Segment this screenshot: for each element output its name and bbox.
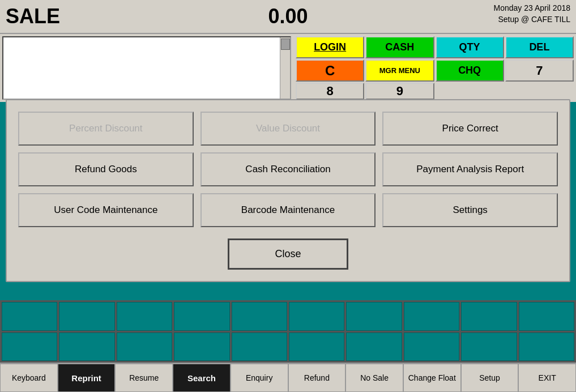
scrollbar[interactable] <box>280 37 290 99</box>
barcode-maintenance-button[interactable]: Barcode Maintenance <box>200 193 376 227</box>
mgr-menu-button[interactable]: MGR MENU <box>365 59 434 82</box>
bottom-btn-change-float[interactable]: Change Float <box>403 364 461 392</box>
num9-button[interactable]: 9 <box>365 83 434 100</box>
right-buttons: LOGIN CASH QTY DEL C MGR MENU CHQ 7 8 9 <box>293 34 576 102</box>
qty-button[interactable]: QTY <box>436 36 504 58</box>
bottom-btn-keyboard[interactable]: Keyboard <box>0 364 58 392</box>
teal-cell <box>289 302 344 331</box>
sale-label: SALE <box>6 5 60 28</box>
refund-goods-button[interactable]: Refund Goods <box>18 152 194 186</box>
teal-cell <box>174 302 229 331</box>
top-panel: LOGIN CASH QTY DEL C MGR MENU CHQ 7 8 9 <box>0 34 576 102</box>
teal-cell <box>289 333 344 361</box>
teal-cell <box>59 333 114 361</box>
teal-cell <box>2 333 57 361</box>
datetime-line2: Setup @ CAFE TILL <box>494 14 570 25</box>
login-button[interactable]: LOGIN <box>296 36 364 58</box>
teal-cell <box>232 333 287 361</box>
price-correct-button[interactable]: Price Correct <box>382 112 558 146</box>
teal-cell <box>232 302 287 331</box>
teal-cell <box>59 302 114 331</box>
modal-grid: Percent Discount Value Discount Price Co… <box>18 112 558 227</box>
num8-button[interactable]: 8 <box>296 83 364 100</box>
close-button[interactable]: Close <box>228 238 348 270</box>
receipt-area <box>2 36 291 100</box>
cash-button[interactable]: CASH <box>365 36 434 58</box>
datetime-line1: Monday 23 April 2018 <box>494 3 570 14</box>
payment-analysis-button[interactable]: Payment Analysis Report <box>382 152 558 186</box>
teal-cell <box>174 333 229 361</box>
bottom-btn-resume[interactable]: Resume <box>115 364 173 392</box>
header: SALE 0.00 Monday 23 April 2018 Setup @ C… <box>0 0 576 34</box>
percent-discount-button[interactable]: Percent Discount <box>18 112 194 146</box>
bottom-btn-search[interactable]: Search <box>173 364 231 392</box>
teal-cell <box>117 333 172 361</box>
bottom-btn-enquiry[interactable]: Enquiry <box>231 364 288 392</box>
modal-close-row: Close <box>18 238 558 270</box>
user-code-maintenance-button[interactable]: User Code Maintenance <box>18 193 194 227</box>
bottom-btn-exit[interactable]: EXIT <box>518 364 576 392</box>
del-button[interactable]: DEL <box>505 36 574 58</box>
bottom-btn-setup[interactable]: Setup <box>461 364 519 392</box>
scrollbar-thumb <box>281 39 290 50</box>
bottom-btn-refund[interactable]: Refund <box>288 364 346 392</box>
value-discount-button[interactable]: Value Discount <box>200 112 376 146</box>
teal-cell <box>404 302 459 331</box>
teal-grid <box>0 300 576 363</box>
amount-display: 0.00 <box>268 5 308 28</box>
bottom-bar: KeyboardReprintResumeSearchEnquiryRefund… <box>0 363 576 392</box>
teal-cell <box>2 302 57 331</box>
cash-reconciliation-button[interactable]: Cash Reconciliation <box>200 152 376 186</box>
settings-button[interactable]: Settings <box>382 193 558 227</box>
teal-cell <box>519 333 574 361</box>
manager-menu-modal: Percent Discount Value Discount Price Co… <box>6 99 570 282</box>
datetime: Monday 23 April 2018 Setup @ CAFE TILL <box>494 3 570 25</box>
teal-cell <box>404 333 459 361</box>
teal-cell <box>346 333 402 361</box>
teal-cell <box>346 302 402 331</box>
chq-button[interactable]: CHQ <box>436 59 504 82</box>
teal-cell <box>461 333 517 361</box>
teal-cell <box>117 302 172 331</box>
num7-button[interactable]: 7 <box>505 59 574 82</box>
teal-cell <box>519 302 574 331</box>
teal-cell <box>461 302 517 331</box>
bottom-btn-no-sale[interactable]: No Sale <box>345 364 403 392</box>
c-button[interactable]: C <box>296 59 364 82</box>
bottom-btn-reprint[interactable]: Reprint <box>58 364 116 392</box>
